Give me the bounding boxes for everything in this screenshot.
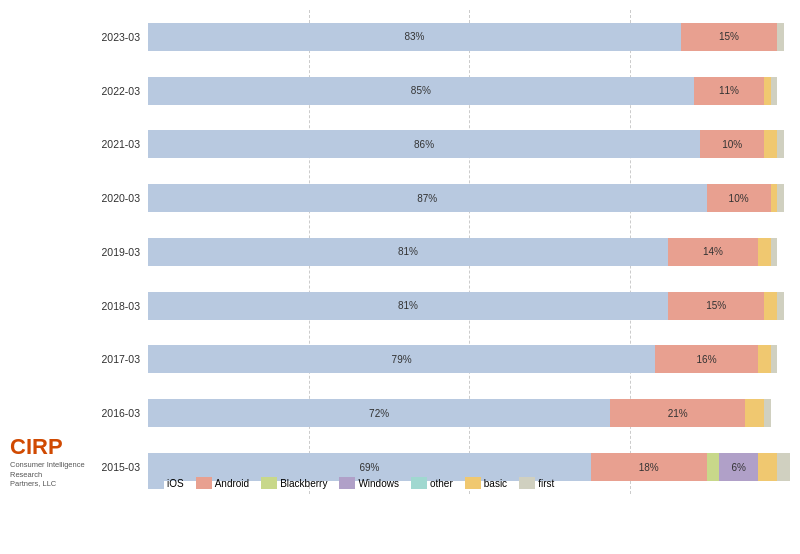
segment-label: 15% bbox=[706, 300, 726, 311]
segment-android: 10% bbox=[700, 130, 764, 158]
logo-tagline: Consumer IntelligenceResearchPartners, L… bbox=[10, 460, 90, 489]
segment-label: 6% bbox=[731, 462, 745, 473]
segment-label: 10% bbox=[722, 139, 742, 150]
bar-track: 72%21% bbox=[148, 399, 790, 427]
segment-android: 21% bbox=[610, 399, 745, 427]
segment-android: 15% bbox=[668, 292, 764, 320]
year-label: 2015-03 bbox=[90, 461, 148, 473]
chart-main: 2023-0383%15%2022-0385%11%2021-0386%10%2… bbox=[90, 10, 790, 494]
bar-track: 87%10% bbox=[148, 184, 790, 212]
cirp-logo: CIRP bbox=[10, 436, 90, 458]
segment-label: 14% bbox=[703, 246, 723, 257]
year-label: 2018-03 bbox=[90, 300, 148, 312]
segment-first bbox=[771, 77, 777, 105]
segment-android: 15% bbox=[681, 23, 777, 51]
year-label: 2016-03 bbox=[90, 407, 148, 419]
segment-windows: 6% bbox=[719, 453, 758, 481]
segment-blackberry bbox=[707, 453, 720, 481]
segment-label: 85% bbox=[411, 85, 431, 96]
segment-basic bbox=[758, 238, 771, 266]
legend-item: other bbox=[411, 477, 453, 489]
chart-container: CIRP Consumer IntelligenceResearchPartne… bbox=[0, 0, 800, 554]
segment-label: 16% bbox=[697, 354, 717, 365]
year-label: 2022-03 bbox=[90, 85, 148, 97]
segment-first bbox=[777, 130, 783, 158]
bar-track: 85%11% bbox=[148, 77, 790, 105]
legend-swatch bbox=[196, 477, 212, 489]
legend-swatch bbox=[465, 477, 481, 489]
bar-row: 2017-0379%16% bbox=[90, 340, 790, 378]
legend-swatch bbox=[339, 477, 355, 489]
segment-android: 16% bbox=[655, 345, 758, 373]
segment-first bbox=[777, 292, 783, 320]
bar-row: 2021-0386%10% bbox=[90, 125, 790, 163]
segment-first bbox=[771, 238, 777, 266]
bar-track: 81%14% bbox=[148, 238, 790, 266]
bar-row: 2023-0383%15% bbox=[90, 18, 790, 56]
segment-label: 11% bbox=[719, 85, 739, 96]
segment-label: 21% bbox=[668, 408, 688, 419]
legend-swatch bbox=[261, 477, 277, 489]
segment-first bbox=[764, 399, 770, 427]
legend: iOSAndroidBlackberryWindowsotherbasicfir… bbox=[148, 477, 554, 489]
bar-row: 2018-0381%15% bbox=[90, 287, 790, 325]
legend-label: Android bbox=[215, 478, 249, 489]
segment-ios: 81% bbox=[148, 238, 668, 266]
segment-label: 87% bbox=[417, 193, 437, 204]
segment-ios: 79% bbox=[148, 345, 655, 373]
segment-basic bbox=[764, 292, 777, 320]
segment-label: 86% bbox=[414, 139, 434, 150]
legend-label: other bbox=[430, 478, 453, 489]
legend-item: basic bbox=[465, 477, 507, 489]
legend-item: Windows bbox=[339, 477, 399, 489]
segment-basic bbox=[745, 399, 764, 427]
segment-label: 72% bbox=[369, 408, 389, 419]
segment-android: 11% bbox=[694, 77, 765, 105]
segment-ios: 86% bbox=[148, 130, 700, 158]
bar-row: 2016-0372%21% bbox=[90, 394, 790, 432]
segment-ios: 83% bbox=[148, 23, 681, 51]
bar-track: 83%15% bbox=[148, 23, 790, 51]
segment-ios: 85% bbox=[148, 77, 694, 105]
segment-first bbox=[771, 345, 777, 373]
bar-row: 2020-0387%10% bbox=[90, 179, 790, 217]
year-label: 2020-03 bbox=[90, 192, 148, 204]
legend-item: first bbox=[519, 477, 554, 489]
year-label: 2019-03 bbox=[90, 246, 148, 258]
legend-label: Windows bbox=[358, 478, 399, 489]
segment-first bbox=[777, 23, 783, 51]
year-label: 2023-03 bbox=[90, 31, 148, 43]
legend-item: Blackberry bbox=[261, 477, 327, 489]
segment-label: 18% bbox=[639, 462, 659, 473]
segment-android: 14% bbox=[668, 238, 758, 266]
segment-label: 81% bbox=[398, 300, 418, 311]
segment-basic bbox=[758, 453, 777, 481]
logo-area: CIRP Consumer IntelligenceResearchPartne… bbox=[10, 10, 90, 494]
segment-basic bbox=[764, 130, 777, 158]
segment-ios: 81% bbox=[148, 292, 668, 320]
segment-ios: 72% bbox=[148, 399, 610, 427]
year-label: 2017-03 bbox=[90, 353, 148, 365]
segment-label: 83% bbox=[404, 31, 424, 42]
legend-item: Android bbox=[196, 477, 249, 489]
segment-label: 15% bbox=[719, 31, 739, 42]
segment-first bbox=[777, 184, 783, 212]
bar-track: 86%10% bbox=[148, 130, 790, 158]
legend-swatch bbox=[519, 477, 535, 489]
legend-label: basic bbox=[484, 478, 507, 489]
legend-label: Blackberry bbox=[280, 478, 327, 489]
year-label: 2021-03 bbox=[90, 138, 148, 150]
segment-label: 10% bbox=[729, 193, 749, 204]
legend-item: iOS bbox=[148, 477, 184, 489]
bar-track: 79%16% bbox=[148, 345, 790, 373]
segment-first bbox=[777, 453, 790, 481]
bar-row: 2022-0385%11% bbox=[90, 72, 790, 110]
legend-swatch bbox=[411, 477, 427, 489]
bar-row: 2019-0381%14% bbox=[90, 233, 790, 271]
bar-track: 81%15% bbox=[148, 292, 790, 320]
segment-basic bbox=[758, 345, 771, 373]
legend-swatch bbox=[148, 477, 164, 489]
segment-label: 79% bbox=[392, 354, 412, 365]
bars-area: 2023-0383%15%2022-0385%11%2021-0386%10%2… bbox=[90, 10, 790, 494]
legend-label: iOS bbox=[167, 478, 184, 489]
